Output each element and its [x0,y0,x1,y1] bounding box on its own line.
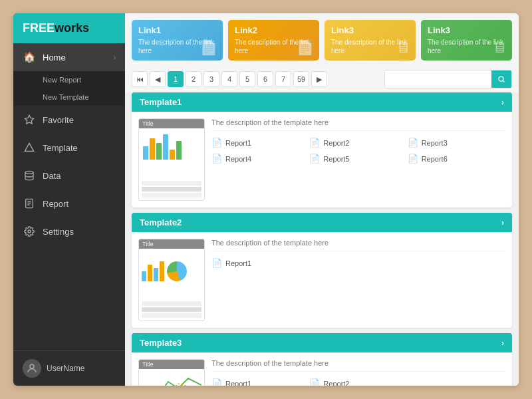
bar-3 [156,143,162,160]
template-1-title: Template1 [140,97,182,107]
template-2-desc: The description of the template here [211,239,505,251]
logo-works: works [55,21,89,35]
page-btn-last[interactable]: 59 [293,71,309,87]
sidebar-nav: 🏠 Home › New Report New Template Favorit… [13,43,125,350]
template-2-chevron: › [501,218,504,227]
bar-4 [163,134,168,160]
template-icon [23,141,36,154]
search-button[interactable] [491,70,511,88]
chevron-right-icon: › [114,54,116,61]
template-2-title: Template2 [140,217,182,227]
sidebar-label-report: Report [43,199,68,209]
report-item-2-1[interactable]: 📄 Report1 [211,257,309,269]
page-btn-1[interactable]: 1 [168,71,184,87]
report-item-1-6[interactable]: 📄 Report6 [408,152,505,165]
combo-chart [142,251,201,281]
bar-6 [176,141,182,160]
username-label: UserName [47,364,84,373]
logo-free: FREE [23,21,55,35]
page-btn-4[interactable]: 4 [221,71,237,87]
bar-2 [150,138,155,160]
mini-bar-4 [160,261,164,281]
report-label-1-6: Report6 [422,155,448,163]
sidebar-item-data[interactable]: Data [13,162,125,190]
template-3-reports: 📄 Report1 📄 Report2 [211,377,505,386]
sidebar-label-template: Template [43,143,78,153]
main-content: Link1 The description of the link here 📄… [125,13,519,386]
page-btn-6[interactable]: 6 [257,71,273,87]
link-card-1[interactable]: Link1 The description of the link here 📄 [132,20,223,61]
app-logo[interactable]: FREEworks [13,13,125,43]
report-item-1-3[interactable]: 📄 Report3 [408,136,505,149]
page-btn-5[interactable]: 5 [239,71,255,87]
report-item-1-2[interactable]: 📄 Report2 [309,136,407,149]
search-input[interactable] [385,70,491,88]
report-label-1-3: Report3 [422,139,448,147]
page-prev-btn[interactable]: ◀ [150,71,166,87]
template-section-1: Template1 › Title [132,92,512,207]
report-label-1-2: Report2 [323,139,349,147]
svg-point-2 [25,171,33,174]
link-card-2-title: Link2 [235,25,313,35]
sidebar-subitems: New Report New Template [13,71,125,106]
report-item-1-5[interactable]: 📄 Report5 [309,152,407,165]
report-icon-1: 📄 [211,138,222,148]
report-item-3-2[interactable]: 📄 Report2 [309,377,407,386]
template-2-header[interactable]: Template2 › [132,213,512,232]
link-card-4[interactable]: Link3 The description of the link here 🖥 [421,20,512,61]
template-3-info: The description of the template here 📄 R… [211,359,505,386]
link-card-4-icon: 🖥 [492,39,507,57]
sidebar-item-report[interactable]: Report [13,190,125,217]
link-card-1-icon: 📄 [200,39,217,57]
template-3-header[interactable]: Template3 › [132,333,512,352]
report-icon-5: 📄 [309,154,320,164]
sidebar-item-template[interactable]: Template [13,134,125,162]
report-icon-2: 📄 [309,138,320,148]
page-btn-7[interactable]: 7 [275,71,291,87]
sidebar-label-data: Data [43,171,61,181]
report-item-1-1[interactable]: 📄 Report1 [211,136,309,149]
bar-5 [170,150,175,160]
user-avatar [23,359,41,378]
template-1-header[interactable]: Template1 › [132,92,512,112]
link-card-3[interactable]: Link3 The description of the link here 🖥 [325,20,416,61]
svg-point-9 [499,76,503,81]
svg-point-7 [28,230,31,233]
favorite-icon [23,113,36,126]
page-first-btn[interactable]: ⏮ [132,71,148,87]
line-chart-svg [142,372,201,386]
row-2-1 [142,301,201,306]
template-section-2: Template2 › Title [132,213,512,328]
pagination-bar: ⏮ ◀ 1 2 3 4 5 6 7 59 ▶ [125,66,519,92]
settings-icon [23,225,36,238]
report-3-icon-1: 📄 [211,378,222,386]
home-icon: 🏠 [23,51,36,64]
page-btn-3[interactable]: 3 [203,71,219,87]
report-3-icon-2: 📄 [309,378,320,386]
report-label-2-1: Report1 [225,259,251,267]
sidebar-user[interactable]: UserName [13,350,125,386]
template-3-preview: Title [138,359,205,386]
bar-1 [143,146,148,160]
report-label-1-4: Report4 [225,155,251,163]
page-next-btn[interactable]: ▶ [311,71,327,87]
link-card-2[interactable]: Link2 The description of the link here 📄 [228,20,319,61]
template-1-chevron: › [501,98,504,107]
link-card-2-icon: 📄 [296,39,314,57]
row-2 [142,187,201,192]
sidebar-item-home[interactable]: 🏠 Home › [13,43,125,71]
sidebar-item-favorite[interactable]: Favorite [13,106,125,134]
data-icon [23,169,36,182]
link-card-3-title: Link3 [331,25,409,35]
mini-bar-2 [148,265,152,281]
sidebar-item-settings[interactable]: Settings [13,217,125,245]
report-item-1-4[interactable]: 📄 Report4 [211,152,309,165]
mini-bars [142,255,164,281]
sidebar-subitem-new-template[interactable]: New Template [13,88,125,106]
content-area: Template1 › Title [125,92,519,386]
preview-3-title-bar: Title [139,360,204,369]
row-2-2 [142,307,201,312]
report-item-3-1[interactable]: 📄 Report1 [211,377,309,386]
page-btn-2[interactable]: 2 [186,71,201,87]
sidebar-subitem-new-report[interactable]: New Report [13,71,125,88]
